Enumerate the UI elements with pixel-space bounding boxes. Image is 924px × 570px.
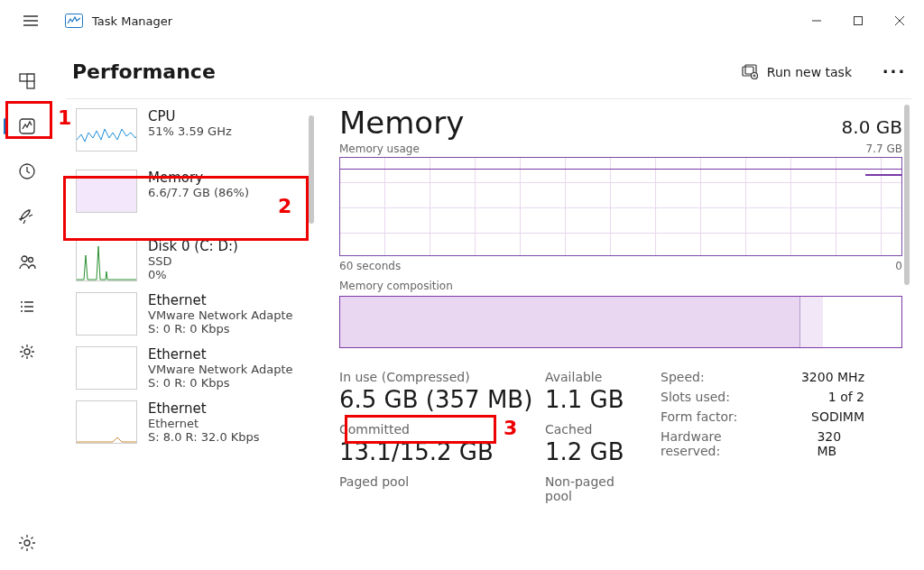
- paged-label: Paged pool: [339, 474, 545, 489]
- annotation-num-2: 2: [278, 195, 291, 217]
- annotation-num-1: 1: [58, 106, 71, 129]
- eth-thumb: [76, 346, 137, 390]
- resource-list: CPU 51% 3.59 GHz Memory 6.6/7.7 GB (86%): [67, 99, 316, 570]
- spec-key: Form factor:: [661, 409, 737, 424]
- resource-sub: VMware Network Adapte: [148, 363, 293, 376]
- title-bar: Task Manager: [0, 0, 924, 41]
- window-controls: [796, 0, 920, 41]
- svg-point-9: [24, 540, 30, 546]
- resource-eth-3[interactable]: Ethernet Ethernet S: 8.0 R: 32.0 Kbps: [72, 395, 314, 449]
- menu-button[interactable]: [14, 5, 47, 37]
- nav-users[interactable]: [9, 244, 45, 280]
- detail-title: Memory: [339, 105, 464, 141]
- cached-label: Cached: [545, 422, 644, 437]
- svg-rect-1: [855, 17, 863, 25]
- svg-point-6: [22, 256, 27, 262]
- page-title: Performance: [72, 60, 216, 83]
- resource-sub: SSD: [148, 254, 238, 268]
- memory-composition-chart[interactable]: [339, 296, 902, 348]
- svg-point-7: [29, 258, 33, 262]
- minimize-button[interactable]: [796, 0, 837, 41]
- memory-total: 8.0 GB: [842, 116, 902, 138]
- resource-sub: 6.6/7.7 GB (86%): [148, 186, 249, 199]
- resource-title: Ethernet: [148, 400, 260, 417]
- nav-startup[interactable]: [9, 198, 45, 234]
- x-end: 0: [895, 260, 902, 272]
- eth-thumb: [76, 292, 137, 336]
- resource-eth-2[interactable]: Ethernet VMware Network Adapte S: 0 R: 0…: [72, 341, 314, 395]
- spec-val: 3200 MHz: [801, 370, 864, 384]
- resource-title: Ethernet: [148, 346, 293, 363]
- inuse-label: In use (Compressed): [339, 370, 545, 384]
- svg-rect-3: [27, 81, 34, 88]
- run-task-label: Run new task: [767, 65, 852, 79]
- main-area: Performance Run new task ··· CPU 51% 3.5…: [54, 41, 924, 570]
- close-button[interactable]: [879, 0, 920, 41]
- spec-val: SODIMM: [811, 409, 864, 424]
- usage-max: 7.7 GB: [866, 142, 902, 155]
- inuse-value: 6.5 GB (357 MB): [339, 386, 545, 413]
- app-title: Task Manager: [92, 14, 172, 28]
- available-label: Available: [545, 370, 644, 384]
- nav-performance[interactable]: [9, 108, 45, 144]
- resource-sub: S: 8.0 R: 32.0 Kbps: [148, 430, 260, 444]
- resource-title: Ethernet: [148, 292, 293, 308]
- resource-disk[interactable]: Disk 0 (C: D:) SSD 0%: [72, 233, 314, 287]
- run-task-button[interactable]: Run new task: [731, 59, 863, 86]
- nav-settings[interactable]: [9, 525, 45, 561]
- nav-processes[interactable]: [9, 63, 45, 99]
- resource-sub: S: 0 R: 0 Kbps: [148, 376, 293, 390]
- spec-key: Hardware reserved:: [661, 429, 784, 458]
- resource-eth-1[interactable]: Ethernet VMware Network Adapte S: 0 R: 0…: [72, 287, 314, 341]
- cpu-thumb: [76, 108, 137, 152]
- spec-key: Slots used:: [661, 390, 730, 404]
- resource-title: Memory: [148, 170, 249, 186]
- eth-thumb: [76, 400, 137, 444]
- svg-point-8: [24, 349, 30, 354]
- disk-thumb: [76, 238, 137, 281]
- available-value: 1.1 GB: [545, 386, 644, 413]
- cached-value: 1.2 GB: [545, 438, 644, 465]
- resource-cpu[interactable]: CPU 51% 3.59 GHz: [72, 103, 314, 157]
- usage-label: Memory usage: [339, 142, 420, 155]
- resource-title: CPU: [148, 108, 232, 124]
- svg-rect-2: [20, 74, 27, 81]
- x-start: 60 seconds: [339, 260, 401, 272]
- detail-panel: Memory 8.0 GB Memory usage 7.7 GB 60 sec…: [316, 99, 911, 570]
- resource-sub: S: 0 R: 0 Kbps: [148, 322, 293, 336]
- resource-sub: 51% 3.59 GHz: [148, 124, 232, 138]
- nav-history[interactable]: [9, 153, 45, 189]
- page-header: Performance Run new task ···: [67, 45, 911, 99]
- app-icon: [65, 14, 83, 28]
- resource-sub: VMware Network Adapte: [148, 308, 293, 322]
- committed-value: 13.1/15.2 GB: [339, 438, 545, 465]
- composition-label: Memory composition: [339, 280, 902, 292]
- spec-val: 320 MB: [817, 429, 864, 458]
- nav-sidebar: [0, 41, 54, 570]
- resource-title: Disk 0 (C: D:): [148, 238, 238, 254]
- spec-key: Speed:: [661, 370, 705, 384]
- memory-thumb: [76, 170, 137, 213]
- nonpaged-label: Non-paged pool: [545, 474, 644, 503]
- annotation-num-3: 3: [504, 417, 517, 439]
- resource-sub: Ethernet: [148, 417, 260, 430]
- resource-sub: 0%: [148, 268, 238, 281]
- nav-services[interactable]: [9, 334, 45, 370]
- memory-usage-chart[interactable]: [339, 157, 902, 256]
- maximize-button[interactable]: [837, 0, 879, 41]
- more-button[interactable]: ···: [877, 55, 911, 89]
- spec-val: 1 of 2: [828, 390, 864, 404]
- svg-rect-0: [66, 14, 83, 28]
- nav-details[interactable]: [9, 289, 45, 325]
